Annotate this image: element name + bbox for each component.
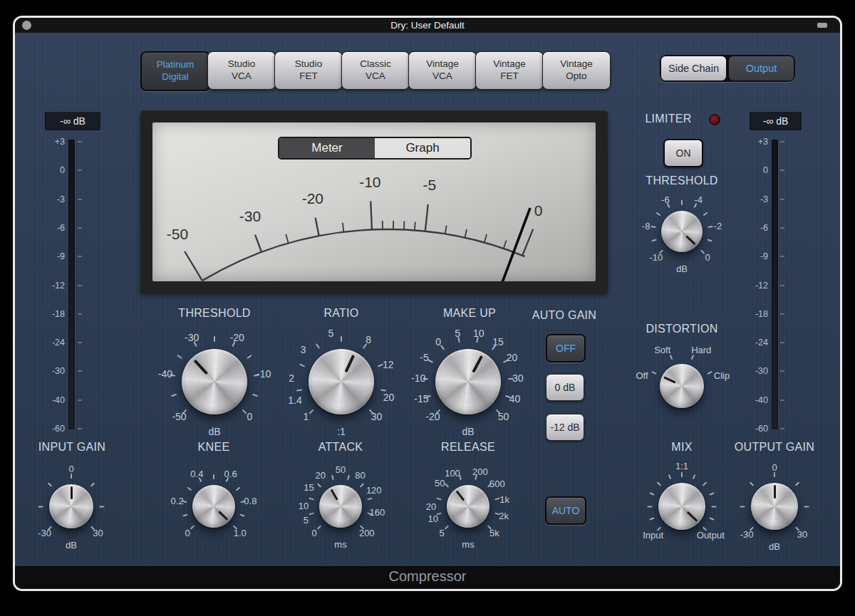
- output-meter-scale-tick: [780, 313, 784, 315]
- input-meter-scale-tick: [78, 141, 82, 142]
- input-meter-scale-tick: [78, 199, 82, 200]
- output-gain-scale-label: 0: [772, 462, 777, 473]
- attack-scale-label: 10: [299, 501, 309, 511]
- model-tab-studio-fet[interactable]: StudioFET: [274, 51, 343, 90]
- release-scale-label: 500: [489, 478, 505, 489]
- release-auto-button[interactable]: AUTO: [545, 496, 586, 525]
- vu-scale-label: -10: [359, 174, 380, 190]
- ratio-knob[interactable]: [309, 349, 374, 414]
- window-title: Dry: User Default: [0, 18, 855, 33]
- distortion-scale-label: Clip: [714, 370, 730, 380]
- threshold-scale-label: -10: [256, 368, 271, 380]
- knee-scale-label: 0.2: [171, 495, 184, 506]
- knee-knob[interactable]: [192, 485, 235, 528]
- attack-scale-label: 20: [315, 470, 325, 481]
- output-meter-scale-label: -3: [736, 194, 768, 204]
- limiter-label: LIMITER: [645, 113, 691, 125]
- makeup-scale-label: -10: [411, 372, 425, 384]
- release-knob[interactable]: [447, 485, 489, 528]
- output-gain-knob[interactable]: [751, 483, 798, 530]
- distortion-scale-label: Hard: [691, 344, 711, 355]
- output-meter-scale-label: +3: [736, 137, 768, 147]
- output-button[interactable]: Output: [729, 56, 794, 80]
- threshold-title: THRESHOLD: [178, 307, 250, 320]
- mix-knob[interactable]: [658, 483, 705, 530]
- input-gain-unit-label: dB: [66, 540, 77, 550]
- input-meter-scale-label: -60: [33, 424, 65, 434]
- side-chain-button[interactable]: Side Chain: [661, 56, 726, 80]
- release-scale-label: 5: [440, 527, 445, 538]
- input-meter-scale-tick: [78, 313, 82, 315]
- model-tab-platinum-digital[interactable]: PlatinumDigital: [140, 51, 210, 91]
- release-scale-label: 5k: [489, 527, 499, 538]
- limiter-threshold-title: THRESHOLD: [646, 174, 717, 187]
- vu-tick: [370, 202, 372, 230]
- input-gain-scale-label: -30: [38, 528, 51, 538]
- output-meter-scale-tick: [780, 141, 784, 142]
- output-meter-scale-tick: [780, 400, 784, 401]
- model-tab-classic-vca[interactable]: ClassicVCA: [341, 51, 410, 90]
- ratio-scale-label: 20: [383, 392, 395, 403]
- threshold-scale-label: -20: [230, 332, 244, 343]
- mix-title: MIX: [671, 441, 692, 454]
- lim-threshold-scale-label: -2: [714, 221, 722, 231]
- output-meter-scale-label: -30: [736, 366, 768, 376]
- output-meter-scale-tick: [780, 285, 784, 286]
- ratio-scale-label: 30: [371, 411, 383, 422]
- knee-scale-label: 0: [185, 527, 190, 538]
- lim-threshold-knob[interactable]: [661, 211, 703, 252]
- threshold-knob[interactable]: [182, 349, 247, 414]
- input-meter-scale-tick: [78, 285, 82, 286]
- input-meter-scale-label: -24: [33, 338, 65, 348]
- makeup-knob[interactable]: [435, 349, 501, 414]
- makeup-scale-label: 0: [435, 336, 441, 348]
- vu-tick: [255, 235, 261, 252]
- limiter-on-button[interactable]: ON: [663, 139, 703, 167]
- ratio-tick: [341, 336, 342, 342]
- threshold-scale-label: -30: [185, 332, 199, 343]
- mix-scale-label: Output: [697, 530, 725, 541]
- model-tab-vintage-fet[interactable]: VintageFET: [475, 51, 544, 90]
- attack-knob[interactable]: [319, 485, 362, 528]
- input-meter-scale-tick: [78, 227, 82, 229]
- input-gain-knob[interactable]: [49, 484, 93, 528]
- distortion-scale-label: Off: [636, 370, 648, 380]
- distortion-scale-label: Soft: [654, 344, 670, 355]
- vu-scale-label: 0: [534, 202, 543, 219]
- vu-view-switch: Meter Graph: [278, 137, 472, 160]
- model-tab-studio-vca[interactable]: StudioVCA: [207, 51, 276, 90]
- release-scale-label: 1k: [499, 494, 509, 505]
- knee-scale-label: 0.4: [190, 468, 203, 479]
- model-tab-vintage-vca[interactable]: VintageVCA: [408, 51, 477, 90]
- lim-threshold-scale-label: -8: [642, 221, 651, 231]
- vu-tick: [425, 204, 428, 231]
- ratio-scale-label: 2: [289, 372, 294, 384]
- routing-switch: Side Chain Output: [660, 55, 795, 82]
- model-tab-vintage-opto[interactable]: VintageOpto: [542, 51, 611, 90]
- input-gain-scale-label: 30: [93, 528, 103, 538]
- auto-gain-minus12db-button[interactable]: -12 dB: [546, 414, 584, 441]
- attack-scale-label: 15: [304, 482, 314, 493]
- threshold-unit-label: dB: [208, 426, 220, 437]
- ratio-scale-label: 1: [304, 411, 309, 422]
- input-meter-scale-label: -12: [33, 281, 65, 291]
- vu-tick: [465, 229, 467, 238]
- auto-gain-off-button[interactable]: OFF: [546, 334, 586, 362]
- input-meter-scale-label: -6: [33, 223, 65, 233]
- vu-scale-label: -20: [302, 190, 323, 207]
- output-level-readout: -∞ dB: [750, 111, 802, 130]
- auto-gain-0db-button[interactable]: 0 dB: [546, 374, 584, 401]
- distortion-knob[interactable]: [660, 364, 704, 408]
- tab-graph[interactable]: Graph: [375, 138, 470, 158]
- tab-meter[interactable]: Meter: [279, 138, 375, 158]
- ratio-unit-label: :1: [337, 426, 346, 437]
- lim-threshold-scale-label: -4: [694, 194, 703, 204]
- input-meter-scale-tick: [78, 256, 82, 257]
- attack-scale-label: 5: [304, 514, 309, 525]
- output-meter-scale-tick: [780, 428, 784, 429]
- vu-needle: [388, 208, 530, 281]
- output-gain-scale-label: 30: [797, 528, 807, 539]
- release-unit-label: ms: [462, 539, 474, 550]
- vu-tick: [522, 229, 533, 256]
- attack-scale-label: 50: [336, 464, 346, 475]
